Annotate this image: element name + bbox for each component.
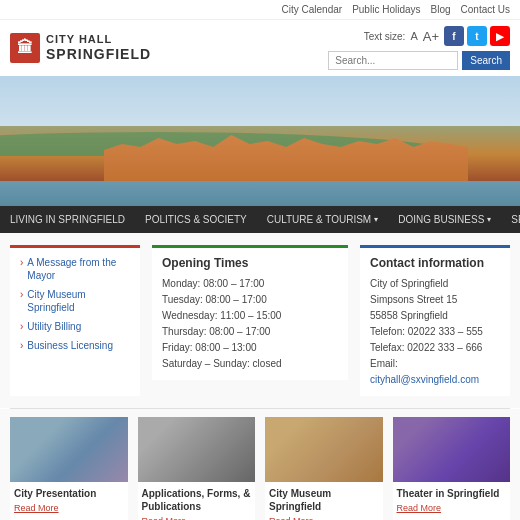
opening-times-tuesday: Tuesday: 08:00 – 17:00: [162, 292, 338, 308]
sidebar-link-mayor[interactable]: A Message from the Mayor: [20, 256, 130, 282]
text-size-a-button[interactable]: A: [410, 30, 417, 42]
card-image-applications: [138, 417, 256, 482]
opening-times-box: Opening Times Monday: 08:00 – 17:00 Tues…: [152, 245, 348, 380]
nav-item-politics[interactable]: POLITICS & SOCIETY: [135, 206, 257, 233]
cards-section: City Presentation Read More Applications…: [0, 409, 520, 520]
contact-zip: 55858 Springfield: [370, 308, 500, 324]
public-holidays-link[interactable]: Public Holidays: [352, 4, 420, 15]
contact-title: Contact information: [370, 256, 500, 270]
logo-area: 🏛 CITY HALL SPRINGFIELD: [10, 33, 151, 63]
facebook-icon[interactable]: f: [444, 26, 464, 46]
sidebar-link-city-museum[interactable]: City Museum Springfield: [20, 288, 130, 314]
card-image-city-museum: [265, 417, 383, 482]
nav-item-services[interactable]: SERVICES ▾: [501, 206, 520, 233]
main-header: 🏛 CITY HALL SPRINGFIELD Text size: A A+ …: [0, 20, 520, 76]
culture-caret: ▾: [374, 215, 378, 224]
card-city-presentation: City Presentation Read More: [10, 417, 128, 520]
card-title-city-museum: City Museum Springfield: [269, 487, 379, 513]
twitter-icon[interactable]: t: [467, 26, 487, 46]
card-city-museum: City Museum Springfield Read More: [265, 417, 383, 520]
card-content-applications: Applications, Forms, & Publications Read…: [138, 482, 256, 520]
card-image-city-presentation: [10, 417, 128, 482]
social-icons: f t ▶: [444, 26, 510, 46]
card-content-city-museum: City Museum Springfield Read More: [265, 482, 383, 520]
card-title-applications: Applications, Forms, & Publications: [142, 487, 252, 513]
card-read-more-theater[interactable]: Read More: [397, 503, 507, 513]
search-button[interactable]: Search: [462, 51, 510, 70]
cards-grid: City Presentation Read More Applications…: [10, 417, 510, 520]
contact-email-line: Email: cityhall@sxvingfield.com: [370, 356, 500, 388]
search-row: Search: [328, 51, 510, 70]
card-title-city-presentation: City Presentation: [14, 487, 124, 500]
opening-times-wednesday: Wednesday: 11:00 – 15:00: [162, 308, 338, 324]
text-size-label: Text size:: [364, 31, 406, 42]
city-calendar-link[interactable]: City Calendar: [282, 4, 343, 15]
right-panel: Contact information City of Springfield …: [360, 245, 510, 396]
logo-icon: 🏛: [10, 33, 40, 63]
logo-city-line: CITY HALL: [46, 33, 151, 46]
search-input[interactable]: [328, 51, 458, 70]
opening-times-monday: Monday: 08:00 – 17:00: [162, 276, 338, 292]
contact-city: City of Springfield: [370, 276, 500, 292]
opening-times-friday: Friday: 08:00 – 13:00: [162, 340, 338, 356]
logo-springfield-line: SPRINGFIELD: [46, 46, 151, 63]
top-bar: City Calendar Public Holidays Blog Conta…: [0, 0, 520, 20]
contact-info: City of Springfield Simpsons Street 15 5…: [370, 276, 500, 388]
sidebar-link-business-licensing[interactable]: Business Licensing: [20, 339, 130, 352]
contact-telefax: Telefax: 02022 333 – 666: [370, 340, 500, 356]
hero-image: [0, 76, 520, 206]
card-content-theater: Theater in Springfield Read More: [393, 482, 511, 518]
card-image-theater: [393, 417, 511, 482]
card-read-more-applications[interactable]: Read More: [142, 516, 252, 520]
header-right: Text size: A A+ f t ▶ Search: [328, 26, 510, 70]
opening-times-thursday: Thursday: 08:00 – 17:00: [162, 324, 338, 340]
navbar: LIVING IN SPRINGFIELD POLITICS & SOCIETY…: [0, 206, 520, 233]
nav-item-culture[interactable]: CULTURE & TOURISM ▾: [257, 206, 388, 233]
youtube-icon[interactable]: ▶: [490, 26, 510, 46]
contact-us-link[interactable]: Contact Us: [461, 4, 510, 15]
nav-item-doing-business[interactable]: DOING BUSINESS ▾: [388, 206, 501, 233]
left-sidebar: A Message from the Mayor City Museum Spr…: [10, 245, 140, 396]
card-content-city-presentation: City Presentation Read More: [10, 482, 128, 518]
content-area: A Message from the Mayor City Museum Spr…: [0, 233, 520, 408]
contact-box: Contact information City of Springfield …: [360, 245, 510, 396]
contact-telefon: Telefon: 02022 333 – 555: [370, 324, 500, 340]
contact-email-link[interactable]: cityhall@sxvingfield.com: [370, 374, 479, 385]
card-title-theater: Theater in Springfield: [397, 487, 507, 500]
svg-text:🏛: 🏛: [17, 38, 33, 56]
doing-business-caret: ▾: [487, 215, 491, 224]
nav-item-living[interactable]: LIVING IN SPRINGFIELD: [0, 206, 135, 233]
card-theater: Theater in Springfield Read More: [393, 417, 511, 520]
text-size-row: Text size: A A+ f t ▶: [364, 26, 510, 46]
opening-times-weekend: Saturday – Sunday: closed: [162, 356, 338, 372]
sidebar-link-utility-billing[interactable]: Utility Billing: [20, 320, 130, 333]
text-size-aplus-button[interactable]: A+: [423, 29, 439, 44]
logo-text: CITY HALL SPRINGFIELD: [46, 33, 151, 63]
card-read-more-city-presentation[interactable]: Read More: [14, 503, 124, 513]
contact-street: Simpsons Street 15: [370, 292, 500, 308]
blog-link[interactable]: Blog: [431, 4, 451, 15]
card-read-more-city-museum[interactable]: Read More: [269, 516, 379, 520]
center-panel: Opening Times Monday: 08:00 – 17:00 Tues…: [140, 245, 360, 396]
opening-times-title: Opening Times: [162, 256, 338, 270]
card-applications: Applications, Forms, & Publications Read…: [138, 417, 256, 520]
